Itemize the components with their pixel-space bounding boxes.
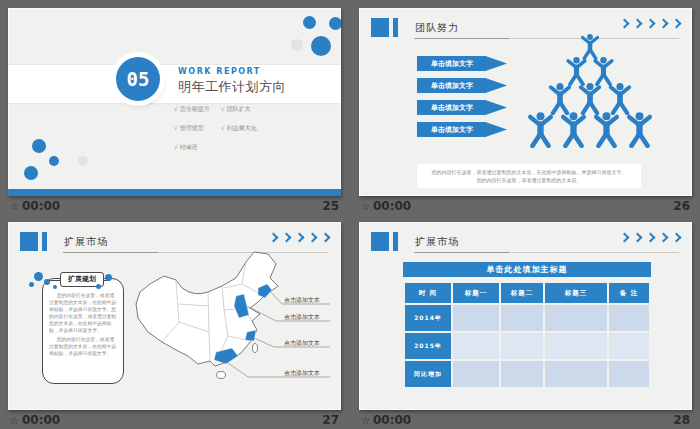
header-bar-icon [393, 18, 398, 37]
slide-timer: ☆ 00:00 [10, 199, 60, 213]
timer-value: 00:00 [22, 413, 60, 427]
checklist-column-left: √营业额提升 √管理规范 √结束语 [174, 105, 210, 162]
check-icon: √ [174, 143, 178, 152]
chapter-number-badge: 05 [116, 57, 160, 101]
person-icon [623, 112, 656, 148]
eyebrow-text: WORK REPORT [178, 67, 261, 76]
table-cell [609, 305, 649, 331]
column-header: 时 间 [405, 283, 451, 303]
row-label: 同比增加 [405, 361, 451, 387]
checklist-item: √团队扩大 [221, 105, 257, 114]
slide-timer: ☆ 00:00 [361, 199, 411, 213]
decor-dot [303, 16, 316, 29]
table-row: 2015年 [405, 333, 649, 359]
check-icon: √ [174, 124, 178, 133]
checklist-item-label: 利益最大化 [227, 124, 257, 133]
decor-dot [34, 272, 43, 281]
chevron-right-icon [659, 233, 669, 243]
table-cell [453, 305, 499, 331]
slide-27-thumbnail[interactable]: 扩展市场 扩展规划 您的内容打在这里，或者通过复制您的文本后，在此框中选择粘贴，… [8, 222, 341, 410]
table-title-banner: 单击此处填加主标题 [403, 262, 651, 277]
star-icon: ☆ [10, 415, 19, 426]
check-icon: √ [221, 124, 225, 133]
check-icon: √ [221, 105, 225, 114]
checklist: √营业额提升 √管理规范 √结束语 √团队扩大 √利益最大化 [174, 105, 257, 162]
table-cell [545, 361, 607, 387]
row-label: 2015年 [405, 333, 451, 359]
decor-dot [291, 39, 303, 51]
header-square-icon [371, 232, 389, 251]
chevron-right-icon [269, 233, 279, 243]
decor-dot [44, 279, 50, 285]
person-icon [575, 83, 605, 115]
table-cell [609, 333, 649, 359]
table-cell [501, 333, 543, 359]
chevron-right-icon [633, 233, 643, 243]
column-header: 标题一 [453, 283, 499, 303]
checklist-item-label: 管理规范 [180, 124, 204, 133]
data-table: 时 间 标题一 标题二 标题三 备 注 2014年 [403, 281, 651, 389]
chevron-right-icon [633, 19, 643, 29]
table-cell [545, 333, 607, 359]
header-divider [414, 252, 679, 253]
decor-dot [29, 282, 34, 287]
slide-number: 28 [673, 413, 690, 427]
text-banner: 单击填加文字 [417, 122, 507, 137]
checklist-item-label: 结束语 [180, 143, 198, 152]
slide-title: 明年工作计划方向 [178, 78, 286, 96]
column-header: 备 注 [609, 283, 649, 303]
person-icon [590, 112, 623, 148]
chevron-right-icon [646, 233, 656, 243]
decor-dot [96, 284, 101, 289]
chevron-right-icon [672, 233, 682, 243]
timer-value: 00:00 [373, 413, 411, 427]
chevron-right-icon [620, 233, 630, 243]
star-icon: ☆ [10, 201, 19, 212]
decor-dot [49, 156, 59, 166]
chevron-right-icon [321, 233, 331, 243]
chevron-right-icon [672, 19, 682, 29]
timer-value: 00:00 [22, 199, 60, 213]
speech-bubble: 您的内容打在这里，或者通过复制您的文本后，在此框中选择粘贴，并选择只保留文字。您… [42, 278, 124, 384]
slide-number: 26 [673, 199, 690, 213]
slide-caption: ☆ 00:00 28 [359, 410, 692, 429]
header-square-icon [371, 18, 389, 37]
slide-number: 25 [322, 199, 339, 213]
pyramid-row [545, 83, 635, 115]
slide-25-thumbnail[interactable]: 05 WORK REPORT 明年工作计划方向 √营业额提升 √管理规范 √结束… [8, 8, 341, 196]
decor-dot [329, 17, 341, 30]
person-icon [524, 112, 557, 148]
table-cell [453, 333, 499, 359]
header-square-icon [20, 232, 38, 251]
column-header: 标题二 [501, 283, 543, 303]
chevron-right-icon [282, 233, 292, 243]
checklist-item: √结束语 [174, 143, 210, 152]
table-cell [501, 361, 543, 387]
pyramid-row [563, 57, 617, 86]
checklist-item: √营业额提升 [174, 105, 210, 114]
human-pyramid-graphic [515, 34, 665, 148]
china-map-svg: 点击添加文本 点击添加文本 点击添加文本 点击添加文本 [124, 244, 336, 406]
chevron-row [270, 234, 329, 241]
decor-dot [32, 139, 46, 153]
callout-label: 点击添加文本 [284, 339, 320, 346]
note-line: 您的内容打在这里，或者通过复制您的文本后，在此框中选择粘贴，并选择只保留文字。 [417, 169, 641, 175]
decor-dot [311, 36, 331, 56]
chevron-right-icon [646, 19, 656, 29]
taiwan-island [253, 344, 258, 353]
slide-26-thumbnail[interactable]: 团队努力 单击填加文字 单击填加文字 单击填加文字 单击填加文字 您的内容打在这… [359, 8, 692, 196]
slide-caption: ☆ 00:00 25 [8, 196, 341, 216]
text-banner: 单击填加文字 [417, 100, 507, 115]
person-icon [557, 112, 590, 148]
slide-timer: ☆ 00:00 [10, 413, 60, 427]
person-icon [563, 57, 590, 86]
checklist-item: √利益最大化 [221, 124, 257, 133]
table-cell [609, 361, 649, 387]
table-cell [545, 305, 607, 331]
callout-label: 点击添加文本 [284, 313, 320, 320]
slide-number: 27 [322, 413, 339, 427]
star-icon: ☆ [361, 201, 370, 212]
chevron-right-icon [620, 19, 630, 29]
header-bar-icon [42, 232, 47, 251]
slide-28-thumbnail[interactable]: 扩展市场 单击此处填加主标题 时 间 标题一 标题二 标题三 备 注 [359, 222, 692, 410]
